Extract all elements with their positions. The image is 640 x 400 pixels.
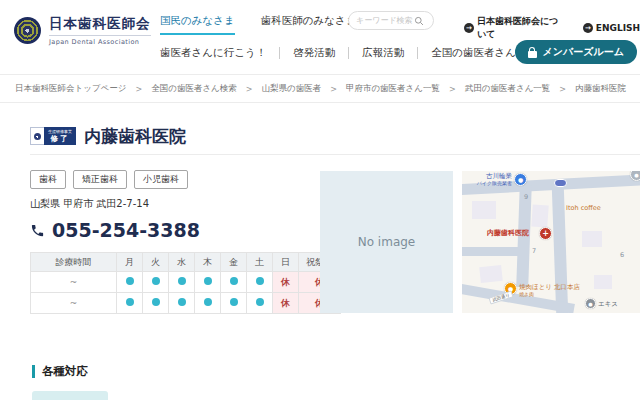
- block-number: 9: [524, 193, 528, 201]
- map-building: [582, 231, 602, 247]
- coffee-label[interactable]: Itoh coffee: [566, 204, 601, 212]
- secondary-nav-item[interactable]: 歯医者さんに行こう！: [160, 46, 266, 60]
- phone-number: 055-254-3388: [52, 219, 200, 241]
- hours-header-cell: 水: [169, 253, 195, 272]
- open-cell: [143, 272, 169, 293]
- badge-emblem-icon: [34, 133, 41, 140]
- clinic-marker-icon[interactable]: +: [539, 227, 552, 240]
- time-range-cell: ~: [31, 293, 117, 314]
- open-dot-icon: [152, 277, 160, 285]
- training-completed-badge: 生涯研修事業 修了: [30, 127, 76, 145]
- hours-header-cell: 土: [247, 253, 273, 272]
- utility-link[interactable]: →日本歯科医師会について: [464, 15, 567, 41]
- members-room-button[interactable]: メンバーズルーム: [515, 40, 637, 64]
- map-building: [479, 265, 503, 283]
- phone-icon: [30, 223, 45, 238]
- hours-body: ~休休~休休: [31, 272, 341, 314]
- nav-divider: [348, 47, 349, 59]
- logo-title: 日本歯科医師会: [49, 15, 151, 33]
- specialty-tag: 小児歯科: [134, 170, 188, 189]
- site-logo[interactable]: 日本歯科医師会 Japan Dental Association: [14, 15, 151, 46]
- open-dot-icon: [126, 277, 134, 285]
- station-marker-icon[interactable]: ●: [585, 298, 596, 309]
- breadcrumb-item: 内藤歯科医院: [575, 83, 626, 95]
- poi-marker-icon[interactable]: ●: [630, 171, 640, 181]
- breadcrumb-item[interactable]: 甲府市の歯医者さん一覧: [346, 83, 440, 95]
- nav-divider: [417, 47, 418, 59]
- map-panel[interactable]: ● + ● ● ● 古川輪業 バイク販売業者 Itoh coffee 内藤歯科医…: [462, 171, 640, 313]
- open-dot-icon: [256, 298, 264, 306]
- primary-nav-item[interactable]: 国民のみなさま: [160, 14, 235, 35]
- clinic-title-row: 生涯研修事業 修了 内藤歯科医院: [30, 118, 640, 155]
- open-dot-icon: [126, 298, 134, 306]
- hours-header-cell: 日: [273, 253, 299, 272]
- search-input[interactable]: [356, 16, 414, 25]
- bike-shop-label[interactable]: 古川輪業 バイク販売業者: [466, 172, 512, 186]
- breadcrumb-separator: >: [330, 85, 337, 94]
- open-dot-icon: [152, 298, 160, 306]
- open-dot-icon: [256, 277, 264, 285]
- open-cell: [195, 293, 221, 314]
- open-cell: [247, 293, 273, 314]
- hours-header-cell: 火: [143, 253, 169, 272]
- opening-hours-table: 診療時間月火水木金土日祝祭日 ~休休~休休: [30, 252, 341, 314]
- badge-line2: 修了: [51, 134, 70, 143]
- open-dot-icon: [178, 298, 186, 306]
- primary-nav: 国民のみなさま歯科医師のみなさま: [160, 14, 356, 35]
- circle-arrow-icon: →: [464, 23, 474, 33]
- site-header: 日本歯科医師会 Japan Dental Association 国民のみなさま…: [0, 0, 640, 75]
- route-shield-icon: [554, 179, 567, 187]
- open-cell: [195, 272, 221, 293]
- open-cell: [221, 293, 247, 314]
- closed-cell: 休: [273, 272, 299, 293]
- breadcrumb-item[interactable]: 全国の歯医者さん検索: [151, 83, 237, 95]
- open-cell: [117, 293, 143, 314]
- breadcrumb: 日本歯科医師会トップページ>全国の歯医者さん検索>山梨県の歯医者>甲府市の歯医者…: [0, 76, 640, 103]
- clinic-map-label[interactable]: 内藤歯科医院: [487, 229, 529, 238]
- logo-subtitle: Japan Dental Association: [49, 35, 151, 46]
- open-cell: [247, 272, 273, 293]
- open-cell: [143, 293, 169, 314]
- open-cell: [169, 272, 195, 293]
- no-image-placeholder: No image: [320, 171, 453, 313]
- support-chip-partial: [32, 391, 108, 400]
- map-building: [531, 204, 548, 227]
- map-building: [594, 275, 612, 289]
- open-cell: [169, 293, 195, 314]
- primary-nav-item[interactable]: 歯科医師のみなさま: [261, 14, 357, 35]
- page: 日本歯科医師会 Japan Dental Association 国民のみなさま…: [0, 0, 640, 400]
- open-cell: [117, 272, 143, 293]
- page-title: 内藤歯科医院: [84, 125, 186, 148]
- bike-shop-marker-icon[interactable]: ●: [514, 173, 527, 186]
- secondary-nav-item[interactable]: 啓発活動: [293, 46, 335, 60]
- specialty-tags: 歯科矯正歯科小児歯科: [30, 170, 188, 189]
- open-cell: [221, 272, 247, 293]
- open-dot-icon: [204, 298, 212, 306]
- hours-row: ~休休: [31, 272, 341, 293]
- block-number: 6: [620, 251, 624, 259]
- closed-cell: 休: [273, 293, 299, 314]
- breadcrumb-item[interactable]: 山梨県の歯医者: [262, 83, 322, 95]
- search-box[interactable]: [348, 11, 434, 30]
- hours-header-cell: 金: [221, 253, 247, 272]
- breadcrumb-item[interactable]: 武田の歯医者さん一覧: [465, 83, 551, 95]
- open-dot-icon: [230, 277, 238, 285]
- breadcrumb-item[interactable]: 日本歯科医師会トップページ: [15, 83, 127, 95]
- open-dot-icon: [204, 277, 212, 285]
- clinic-address: 山梨県 甲府市 武田2-7-14: [30, 197, 149, 211]
- secondary-nav-item[interactable]: 広報活動: [362, 46, 404, 60]
- hours-header-cell: 木: [195, 253, 221, 272]
- specialty-tag: 歯科: [30, 170, 66, 189]
- utility-link[interactable]: →ENGLISH: [583, 23, 640, 33]
- open-dot-icon: [178, 277, 186, 285]
- section-title: 各種対応: [42, 364, 88, 379]
- breadcrumb-separator: >: [559, 85, 566, 94]
- station-label[interactable]: エキス: [598, 300, 618, 308]
- members-room-label: メンバーズルーム: [543, 45, 624, 59]
- breadcrumb-separator: >: [246, 85, 253, 94]
- no-image-label: No image: [358, 235, 416, 249]
- jda-emblem-icon: [14, 17, 41, 44]
- section-heading: 各種対応: [32, 364, 88, 379]
- hours-row: ~休休: [31, 293, 341, 314]
- restaurant-label[interactable]: 焼肉ほとり 北口本店 焼き肉: [519, 283, 580, 297]
